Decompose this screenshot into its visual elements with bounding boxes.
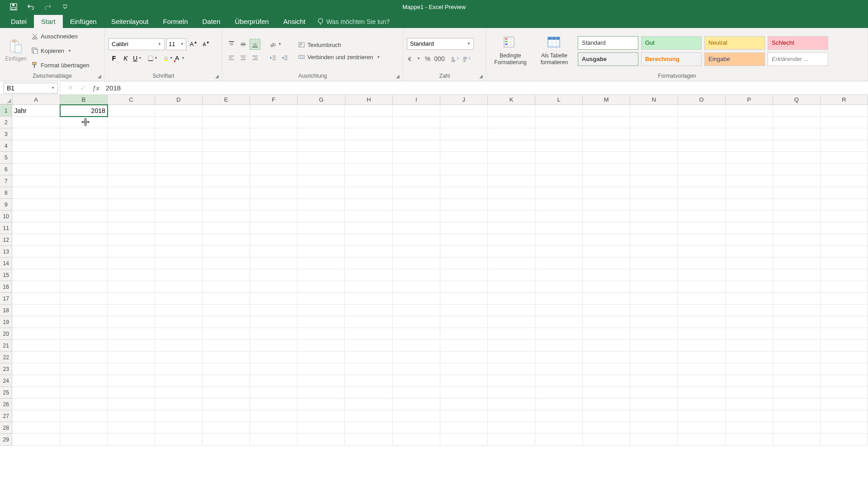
cell-Q29[interactable] <box>773 434 821 446</box>
cell-R20[interactable] <box>821 328 868 340</box>
cell-L18[interactable] <box>535 305 583 316</box>
cell-A20[interactable] <box>12 328 60 340</box>
col-header-L[interactable]: L <box>535 95 583 104</box>
cell-M19[interactable] <box>583 316 630 328</box>
cell-I29[interactable] <box>393 434 440 446</box>
cell-R28[interactable] <box>821 422 868 434</box>
row-header-2[interactable]: 2 <box>0 117 12 128</box>
row-header-21[interactable]: 21 <box>0 340 12 352</box>
cell-P29[interactable] <box>726 434 773 446</box>
cell-G9[interactable] <box>297 199 345 211</box>
cell-G17[interactable] <box>297 293 345 305</box>
cell-Q2[interactable] <box>773 117 821 128</box>
cell-C5[interactable] <box>108 152 155 164</box>
cell-D17[interactable] <box>155 293 203 305</box>
cell-P28[interactable] <box>726 422 773 434</box>
cell-M7[interactable] <box>583 175 630 187</box>
cell-Q6[interactable] <box>773 164 821 175</box>
cell-A7[interactable] <box>12 175 60 187</box>
cell-I16[interactable] <box>393 281 440 293</box>
cell-Q15[interactable] <box>773 269 821 281</box>
row-header-9[interactable]: 9 <box>0 199 12 211</box>
cell-K21[interactable] <box>488 340 535 352</box>
cell-K6[interactable] <box>488 164 535 175</box>
cell-C14[interactable] <box>108 258 155 269</box>
cell-P4[interactable] <box>726 140 773 152</box>
cell-I14[interactable] <box>393 258 440 269</box>
cell-B20[interactable] <box>60 328 108 340</box>
cell-I21[interactable] <box>393 340 440 352</box>
cell-D27[interactable] <box>155 410 203 422</box>
cell-J23[interactable] <box>440 363 488 375</box>
cell-E2[interactable] <box>203 117 250 128</box>
cell-M4[interactable] <box>583 140 630 152</box>
cell-O12[interactable] <box>678 234 725 246</box>
col-header-J[interactable]: J <box>440 95 488 104</box>
cell-H3[interactable] <box>345 128 392 140</box>
cell-D1[interactable] <box>155 105 203 117</box>
cell-P11[interactable] <box>726 222 773 234</box>
cell-P17[interactable] <box>726 293 773 305</box>
cell-M6[interactable] <box>583 164 630 175</box>
cell-D2[interactable] <box>155 117 203 128</box>
cell-P8[interactable] <box>726 187 773 199</box>
cell-K17[interactable] <box>488 293 535 305</box>
cell-F28[interactable] <box>250 422 297 434</box>
cell-B1[interactable]: 2018 <box>60 105 108 117</box>
cell-F13[interactable] <box>250 246 297 258</box>
cell-H28[interactable] <box>345 422 392 434</box>
cell-L22[interactable] <box>535 352 583 363</box>
cell-B24[interactable] <box>60 375 108 387</box>
style-ausgabe[interactable]: Ausgabe <box>578 52 638 66</box>
cell-H13[interactable] <box>345 246 392 258</box>
cell-N22[interactable] <box>630 352 678 363</box>
row-header-16[interactable]: 16 <box>0 281 12 293</box>
cell-I13[interactable] <box>393 246 440 258</box>
cell-O21[interactable] <box>678 340 725 352</box>
cell-B12[interactable] <box>60 234 108 246</box>
cell-J22[interactable] <box>440 352 488 363</box>
cell-D21[interactable] <box>155 340 203 352</box>
cell-D10[interactable] <box>155 211 203 222</box>
cell-N2[interactable] <box>630 117 678 128</box>
cell-J4[interactable] <box>440 140 488 152</box>
cell-Q27[interactable] <box>773 410 821 422</box>
cell-C21[interactable] <box>108 340 155 352</box>
cell-E9[interactable] <box>203 199 250 211</box>
cell-J13[interactable] <box>440 246 488 258</box>
cell-L11[interactable] <box>535 222 583 234</box>
cell-R10[interactable] <box>821 211 868 222</box>
cell-K22[interactable] <box>488 352 535 363</box>
col-header-K[interactable]: K <box>488 95 535 104</box>
cell-H8[interactable] <box>345 187 392 199</box>
cell-F24[interactable] <box>250 375 297 387</box>
cell-D23[interactable] <box>155 363 203 375</box>
cell-N17[interactable] <box>630 293 678 305</box>
cell-K25[interactable] <box>488 387 535 399</box>
cell-A19[interactable] <box>12 316 60 328</box>
cell-L16[interactable] <box>535 281 583 293</box>
cell-B6[interactable] <box>60 164 108 175</box>
cell-J12[interactable] <box>440 234 488 246</box>
cell-J24[interactable] <box>440 375 488 387</box>
cell-N8[interactable] <box>630 187 678 199</box>
cell-G21[interactable] <box>297 340 345 352</box>
cell-K19[interactable] <box>488 316 535 328</box>
percent-button[interactable]: % <box>422 53 433 64</box>
cell-D22[interactable] <box>155 352 203 363</box>
cell-J16[interactable] <box>440 281 488 293</box>
cell-O2[interactable] <box>678 117 725 128</box>
cell-K1[interactable] <box>488 105 535 117</box>
cell-B26[interactable] <box>60 399 108 410</box>
underline-button[interactable]: U▼ <box>132 53 143 64</box>
cell-K26[interactable] <box>488 399 535 410</box>
tell-me-search[interactable]: Was möchten Sie tun? <box>313 15 394 28</box>
row-header-17[interactable]: 17 <box>0 293 12 305</box>
cell-A5[interactable] <box>12 152 60 164</box>
cell-I23[interactable] <box>393 363 440 375</box>
cell-E28[interactable] <box>203 422 250 434</box>
cell-I19[interactable] <box>393 316 440 328</box>
cell-C17[interactable] <box>108 293 155 305</box>
cell-L26[interactable] <box>535 399 583 410</box>
cell-E12[interactable] <box>203 234 250 246</box>
